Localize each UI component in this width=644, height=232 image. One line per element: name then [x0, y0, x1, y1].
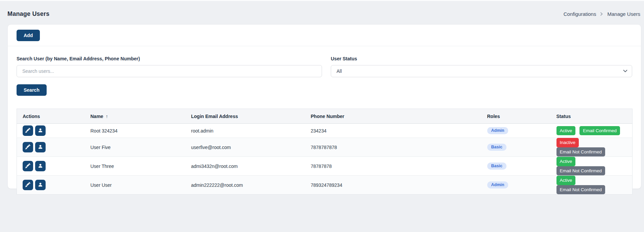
- user-status-select[interactable]: All: [331, 65, 632, 77]
- email-status-badge: Email Not Confirmed: [556, 166, 605, 176]
- breadcrumb-item-configurations[interactable]: Configurations: [564, 11, 596, 17]
- user-name-cell: Root 324234: [85, 124, 185, 138]
- edit-user-button[interactable]: [23, 180, 33, 190]
- row-actions: [23, 125, 81, 136]
- user-phone-cell: 789324789234: [305, 176, 481, 195]
- search-user-label: Search User (by Name, Email Address, Pho…: [17, 56, 322, 61]
- breadcrumb-item-current: Manage Users: [607, 11, 640, 17]
- email-status-badge: Email Confirmed: [579, 126, 620, 136]
- person-icon: [38, 128, 43, 134]
- page-header: Manage Users Configurations Manage Users: [0, 1, 644, 18]
- column-header-status[interactable]: Status: [551, 109, 633, 124]
- user-status-select-wrap: All: [331, 65, 632, 77]
- filters-section: Search User (by Name, Email Address, Pho…: [8, 46, 641, 77]
- user-email-cell: userfive@root.com: [185, 138, 305, 157]
- person-icon: [38, 163, 43, 169]
- email-status-badge: Email Not Confirmed: [556, 185, 605, 195]
- active-status-badge: Inactive: [556, 138, 579, 147]
- sort-ascending-icon: ↑: [106, 114, 108, 119]
- search-filter-group: Search User (by Name, Email Address, Pho…: [17, 56, 322, 77]
- status-filter-group: User Status All: [331, 56, 632, 77]
- page-title: Manage Users: [7, 10, 49, 18]
- user-email-cell: root.admin: [185, 124, 305, 138]
- pencil-icon: [25, 144, 30, 150]
- user-email-cell: admi3432n@root.com: [185, 157, 305, 176]
- column-header-login-email[interactable]: Login Email Address: [185, 109, 305, 124]
- role-badge: Basic: [487, 144, 506, 151]
- user-name-cell: User Five: [85, 138, 185, 157]
- card-toolbar: Add: [8, 25, 641, 46]
- role-badge: Basic: [487, 163, 506, 170]
- email-status-badge: Email Not Confirmed: [556, 147, 605, 157]
- user-button[interactable]: [35, 180, 46, 190]
- row-actions: [23, 142, 81, 152]
- search-button-row: Search: [8, 77, 641, 96]
- user-phone-cell: 78787878: [305, 157, 481, 176]
- user-email-cell: admin222222@root.com: [185, 176, 305, 195]
- edit-user-button[interactable]: [23, 125, 33, 136]
- column-header-phone[interactable]: Phone Number: [305, 109, 481, 124]
- active-status-badge: Active: [556, 176, 576, 185]
- breadcrumb: Configurations Manage Users: [564, 11, 640, 17]
- pencil-icon: [25, 163, 30, 169]
- add-user-button[interactable]: Add: [17, 30, 40, 41]
- active-status-badge: Active: [556, 157, 576, 166]
- users-table: Actions Name↑ Login Email Address Phone …: [17, 109, 633, 195]
- manage-users-card: Add Search User (by Name, Email Address,…: [7, 24, 641, 189]
- user-phone-cell: 7878787878: [305, 138, 481, 157]
- table-row: User User admin222222@root.com 789324789…: [17, 176, 633, 195]
- user-name-cell: User Three: [85, 157, 185, 176]
- column-header-name[interactable]: Name↑: [85, 109, 185, 124]
- table-row: Root 324234 root.admin 234234 Admin Acti…: [17, 124, 633, 138]
- chevron-right-icon: [600, 12, 603, 16]
- user-button[interactable]: [35, 125, 46, 136]
- role-badge: Admin: [487, 127, 509, 134]
- table-header-row: Actions Name↑ Login Email Address Phone …: [17, 109, 633, 124]
- row-actions: [23, 180, 81, 190]
- pencil-icon: [25, 182, 30, 188]
- user-button[interactable]: [35, 161, 46, 171]
- person-icon: [38, 182, 43, 188]
- search-users-input[interactable]: [17, 65, 322, 77]
- edit-user-button[interactable]: [23, 161, 33, 171]
- search-button[interactable]: Search: [17, 84, 47, 96]
- row-actions: [23, 161, 81, 171]
- user-status-label: User Status: [331, 56, 632, 61]
- user-button[interactable]: [35, 142, 46, 152]
- table-row: User Three admi3432n@root.com 78787878 B…: [17, 157, 633, 176]
- column-header-actions: Actions: [17, 109, 85, 124]
- table-row: User Five userfive@root.com 7878787878 B…: [17, 138, 633, 157]
- active-status-badge: Active: [556, 126, 576, 136]
- edit-user-button[interactable]: [23, 142, 33, 152]
- user-name-cell: User User: [85, 176, 185, 195]
- person-icon: [38, 144, 43, 150]
- role-badge: Admin: [487, 181, 509, 188]
- user-phone-cell: 234234: [305, 124, 481, 138]
- pencil-icon: [25, 128, 30, 134]
- column-header-roles[interactable]: Roles: [481, 109, 551, 124]
- users-table-wrap: Actions Name↑ Login Email Address Phone …: [17, 109, 632, 195]
